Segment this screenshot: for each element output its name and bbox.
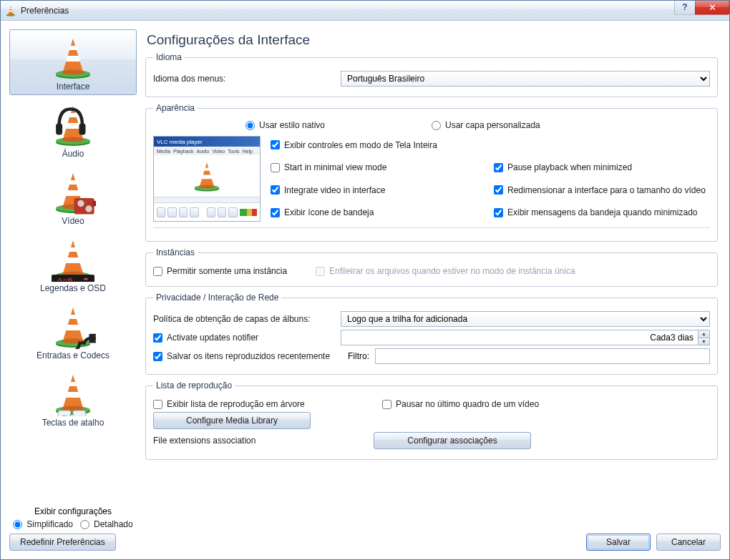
updates-interval-spinner[interactable]: ▲▼ [341, 330, 710, 345]
filter-input[interactable] [375, 348, 710, 364]
video-icon [50, 169, 96, 215]
sidebar-item-hotkeys[interactable]: Teclas de atalho [9, 365, 137, 431]
album-policy-label: Política de obtenção de capas de álbuns: [153, 314, 335, 324]
sidebar-item-interface[interactable]: Interface [9, 29, 137, 95]
mode-simple-radio[interactable]: Simplificado [13, 519, 73, 529]
fullscreen-controls-check[interactable]: Exibir controles em modo de Tela Inteira [271, 136, 487, 154]
sidebar-item-audio[interactable]: Áudio [9, 97, 137, 162]
sidebar-item-codecs[interactable]: Entradas e Codecs [9, 298, 137, 364]
footer: Redefinir Preferências Salvar Cancelar [1, 529, 729, 559]
privacidade-group: Privacidade / Interação de Rede Política… [145, 293, 718, 375]
tree-playlist-check[interactable]: Exibir lista de reprodução em árvore [153, 399, 354, 409]
native-style-radio[interactable]: Usar estilo nativo [245, 120, 432, 130]
tray-messages-check[interactable]: Exibir mensagens da bandeja quando minim… [494, 204, 710, 222]
pause-minimized-check[interactable]: Pause playback when minimized [494, 159, 710, 177]
window-title: Preferências [21, 6, 675, 16]
sidebar-item-video[interactable]: Vídeo [9, 164, 137, 230]
preferences-window: Preferências ? ✕ Interface Áudio Vídeo [0, 0, 730, 560]
aparencia-group: Aparência Usar estilo nativo Usar capa p… [145, 103, 718, 242]
subtitles-icon [50, 236, 96, 282]
mode-detailed-radio[interactable]: Detalhado [80, 519, 133, 529]
tray-icon-check[interactable]: Exibir ícone de bandeja [271, 204, 487, 222]
single-instance-check[interactable]: Permitir somente uma instância [153, 266, 287, 276]
audio-icon [50, 102, 96, 147]
sidebar-item-subtitles[interactable]: Legendas e OSD [9, 231, 137, 297]
page-title: Configurações da Interface [147, 32, 721, 48]
save-button[interactable]: Salvar [586, 534, 651, 551]
file-ext-label: File extensions association [153, 436, 368, 446]
menu-language-label: Idioma dos menus: [153, 74, 335, 84]
lista-group: Lista de reprodução Exibir lista de repr… [145, 380, 718, 460]
album-policy-select[interactable]: Logo que a trilha for adicionada [341, 311, 710, 327]
save-recent-check[interactable]: Salvar os itens reproduzidos recentement… [153, 351, 335, 361]
app-icon [5, 5, 16, 16]
resize-interface-check[interactable]: Redimensionar a interface para o tamanho… [494, 181, 710, 200]
configure-associations-button[interactable]: Configurar associações [374, 432, 531, 449]
enqueue-check: Enfileirar os arquivos quando estiver no… [316, 266, 575, 276]
reset-button[interactable]: Redefinir Preferências [9, 534, 116, 551]
instancias-group: Instâncias Permitir somente uma instânci… [145, 247, 718, 287]
integrate-video-check[interactable]: Integrate video in interface [271, 181, 487, 200]
preview-thumbnail: VLC media player MediaPlaybackAudioVideo… [153, 136, 261, 222]
pause-last-frame-check[interactable]: Pausar no último quadro de um vídeo [382, 399, 539, 409]
custom-skin-radio[interactable]: Usar capa personalizada [432, 120, 618, 130]
codecs-icon [50, 303, 96, 349]
close-button[interactable]: ✕ [695, 1, 729, 15]
sidebar: Interface Áudio Vídeo Legendas e OSD Ent… [9, 29, 137, 529]
hotkeys-icon [50, 370, 96, 416]
cancel-button[interactable]: Cancelar [656, 534, 721, 551]
show-settings-label: Exibir configurações [9, 506, 137, 516]
spin-down[interactable]: ▼ [698, 338, 709, 345]
spin-up[interactable]: ▲ [698, 330, 709, 338]
configure-media-library-button[interactable]: Configure Media Library [153, 412, 311, 429]
help-button[interactable]: ? [674, 1, 696, 15]
filter-label: Filtro: [341, 351, 369, 361]
idioma-group: Idioma Idioma dos menus: Português Brasi… [145, 52, 718, 97]
interface-icon [50, 34, 96, 80]
minimal-view-check[interactable]: Start in minimal view mode [271, 159, 487, 177]
menu-language-select[interactable]: Português Brasileiro [341, 71, 710, 87]
updates-notifier-check[interactable]: Activate updates notifier [153, 333, 335, 343]
titlebar: Preferências ? ✕ [1, 1, 729, 21]
